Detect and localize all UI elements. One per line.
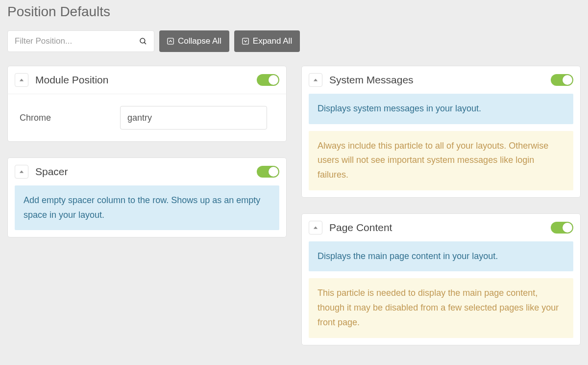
collapse-icon <box>167 38 174 45</box>
chevron-up-icon <box>313 78 318 82</box>
warning-note: Always include this particle to all of y… <box>309 131 573 190</box>
toolbar: Collapse All Expand All <box>0 30 588 52</box>
card-collapse-button[interactable] <box>15 73 28 87</box>
expand-all-label: Expand All <box>253 36 292 46</box>
card-system-messages: System Messages Displays system messages… <box>301 66 581 198</box>
expand-all-button[interactable]: Expand All <box>234 30 300 52</box>
enable-toggle[interactable] <box>257 166 279 178</box>
card-page-content: Page Content Displays the main page cont… <box>301 213 581 345</box>
field-label: Chrome <box>15 113 120 123</box>
filter-wrap <box>7 30 154 52</box>
warning-note: This particle is needed to display the m… <box>309 278 573 338</box>
card-collapse-button[interactable] <box>15 165 28 179</box>
card-collapse-button[interactable] <box>309 221 322 235</box>
enable-toggle[interactable] <box>257 74 279 86</box>
svg-rect-3 <box>243 38 248 44</box>
card-collapse-button[interactable] <box>309 73 322 87</box>
svg-marker-7 <box>314 226 318 229</box>
svg-rect-2 <box>168 38 173 44</box>
enable-toggle[interactable] <box>551 74 573 86</box>
expand-icon <box>242 38 249 45</box>
info-note: Add empty spacer column to the row. Show… <box>15 185 279 230</box>
collapse-all-button[interactable]: Collapse All <box>159 30 229 52</box>
field-chrome: Chrome <box>15 94 279 134</box>
collapse-all-label: Collapse All <box>178 36 221 46</box>
svg-marker-5 <box>20 171 24 173</box>
card-spacer: Spacer Add empty spacer column to the ro… <box>7 157 287 237</box>
filter-input[interactable] <box>7 30 154 52</box>
card-title: Module Position <box>35 74 250 86</box>
page-title: Position Defaults <box>7 4 588 20</box>
card-title: System Messages <box>329 74 544 86</box>
chevron-up-icon <box>313 225 318 230</box>
card-title: Page Content <box>329 222 544 234</box>
info-note: Displays system messages in your layout. <box>309 94 573 124</box>
chrome-input[interactable] <box>120 106 267 130</box>
svg-marker-4 <box>20 79 24 81</box>
card-module-position: Module Position Chrome <box>7 66 287 142</box>
chevron-up-icon <box>19 169 24 174</box>
card-title: Spacer <box>35 166 250 178</box>
svg-marker-6 <box>314 79 318 81</box>
info-note: Displays the main page content in your l… <box>309 241 573 272</box>
enable-toggle[interactable] <box>551 222 573 234</box>
chevron-up-icon <box>19 78 24 82</box>
